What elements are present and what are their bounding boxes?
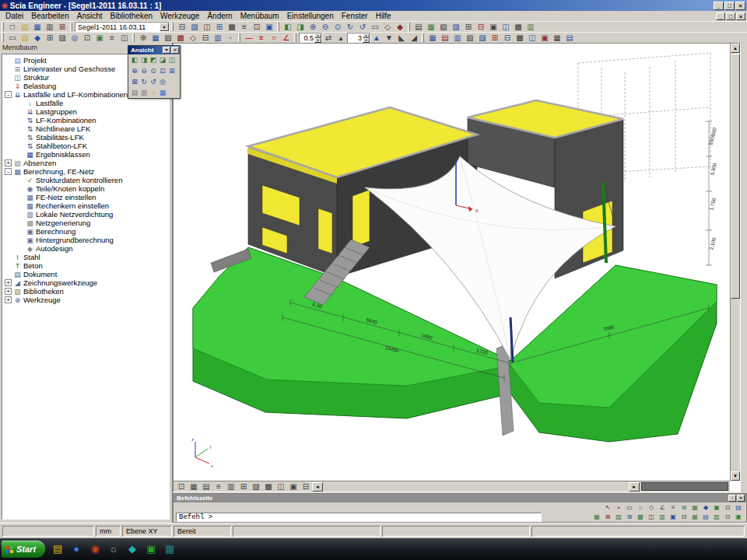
toolbar-icon[interactable]: ◇	[187, 33, 199, 43]
viewport-tool-icon[interactable]: ▩	[262, 481, 275, 492]
scale-field[interactable]: 0.5 ▴▾	[299, 33, 322, 43]
toolbar-icon[interactable]: ⊖	[319, 22, 331, 32]
command-tool-icon[interactable]: ▤	[700, 513, 711, 521]
toolbar-icon[interactable]: ⊞	[213, 22, 226, 32]
command-tool-icon[interactable]: ▣	[668, 513, 679, 521]
tree-toggle-icon[interactable]: +	[5, 279, 12, 286]
tree-item[interactable]: + ◢ Zeichnungswerkzeuge	[5, 278, 169, 287]
toolbar-grip[interactable]	[238, 33, 240, 42]
palette-close-icon[interactable]: ×	[171, 47, 179, 54]
horizontal-scrollbar-thumb[interactable]	[641, 482, 728, 491]
toolbar-icon[interactable]: ≡	[238, 22, 251, 32]
viewport-tool-icon[interactable]: ▥	[225, 481, 237, 492]
command-tool-icon[interactable]: ⊞	[624, 513, 635, 521]
toolbar-icon[interactable]: ◢	[408, 33, 420, 43]
toolbar-icon[interactable]: ◧	[282, 22, 294, 32]
vertical-scrollbar[interactable]: ▲ ▼	[730, 44, 740, 481]
tree-item[interactable]: + ⊗ Werkzeuge	[5, 296, 169, 304]
tree-item[interactable]: ▤ Dokument	[5, 270, 169, 278]
menu-item[interactable]: Fenster	[338, 12, 372, 20]
command-tool-icon[interactable]: ▭	[624, 503, 635, 512]
courtyard-door-opening[interactable]	[352, 190, 370, 247]
menu-item[interactable]: Ändern	[203, 12, 236, 20]
scroll-left-icon[interactable]: ◄	[312, 482, 323, 492]
toolbar-icon[interactable]: ○	[268, 33, 280, 43]
command-tool-icon[interactable]: ▦	[689, 503, 700, 512]
zoom-tool-icon[interactable]: ⊖	[139, 66, 149, 75]
mdi-minimize-button[interactable]: _	[716, 12, 725, 20]
toolbar-icon[interactable]: ▣	[487, 22, 500, 32]
toolbar-icon[interactable]: ▤	[412, 22, 425, 32]
toolbar-icon[interactable]: ◇	[381, 22, 394, 32]
toolbar-grip[interactable]	[294, 33, 296, 42]
menu-item[interactable]: Menübaum	[237, 12, 283, 20]
view-tool-icon[interactable]: ◩	[149, 55, 158, 65]
toolbar-icon[interactable]: ▦	[31, 22, 44, 32]
display-tool-icon[interactable]: ▦	[158, 88, 167, 97]
quick-launch-icon[interactable]: ◆	[123, 541, 142, 558]
menu-item[interactable]: Einstellungen	[283, 12, 338, 20]
toolbar-icon[interactable]: ◫	[201, 22, 213, 32]
tree-item[interactable]: ▦ Ergebnisklassen	[17, 150, 169, 159]
toolbar-icon[interactable]: ↻	[344, 22, 356, 32]
toolbar-icon[interactable]: ▧	[437, 22, 450, 32]
toolbar-icon[interactable]: —	[243, 33, 255, 43]
menu-item[interactable]: Werkzeuge	[156, 12, 203, 20]
scroll-right-icon[interactable]: ►	[629, 482, 640, 492]
toolbar-icon[interactable]: ▩	[174, 33, 187, 43]
start-button[interactable]: Start	[2, 541, 45, 558]
toolbar-icon[interactable]: ≡	[255, 33, 268, 43]
tree-item[interactable]: ▦ FE-Netz einstellen	[17, 193, 169, 201]
toolbar-icon[interactable]: ⊡	[251, 22, 263, 32]
viewport-tool-icon[interactable]: ▤	[200, 481, 212, 492]
viewport-tool-icon[interactable]: ▨	[250, 481, 262, 492]
tree-item[interactable]: ⇊ Lastgruppen	[17, 107, 169, 116]
toolbar-icon[interactable]: ◆	[31, 33, 44, 43]
menu-item[interactable]: Hilfe	[372, 12, 395, 20]
command-tool-icon[interactable]: ▨	[613, 513, 624, 521]
toolbar-grip[interactable]	[132, 33, 135, 42]
toolbar-icon[interactable]: ▦	[425, 22, 437, 32]
toolbar-icon[interactable]: ▦	[149, 33, 162, 43]
toolbar-icon[interactable]: ◨	[294, 22, 307, 32]
scroll-down-icon[interactable]: ▼	[731, 471, 740, 481]
toolbar-grip[interactable]	[2, 23, 4, 31]
toolbar-icon[interactable]: ▣	[263, 22, 275, 32]
quick-launch-icon[interactable]: ▤	[48, 541, 67, 558]
zoom-tool-icon[interactable]: ⊙	[149, 66, 158, 75]
tree-item[interactable]: ◆ Autodesign	[17, 244, 169, 253]
tree-item[interactable]: ▦ Rechenkern einstellen	[17, 201, 169, 210]
toolbar-icon[interactable]: ▥	[451, 33, 464, 43]
tree-item[interactable]: ▩ Netzgenerierung	[17, 219, 169, 227]
command-tool-icon[interactable]: ⊡	[722, 513, 733, 521]
command-tool-icon[interactable]: ⊠	[602, 513, 613, 521]
viewport-tool-icon[interactable]: ⊡	[175, 481, 188, 492]
view-palette-titlebar[interactable]: Ansicht ▾ ×	[128, 46, 180, 54]
tree-toggle-icon[interactable]: +	[5, 288, 12, 295]
rotate-tool-icon[interactable]: ↺	[149, 77, 158, 86]
chevron-down-icon[interactable]: ▾	[160, 23, 169, 31]
command-tool-icon[interactable]: ▣	[733, 513, 744, 521]
spin-down-icon[interactable]: ▾	[363, 38, 370, 43]
tree-item[interactable]: ▣ Berechnung	[17, 227, 169, 236]
command-tool-icon[interactable]: ▥	[657, 513, 668, 521]
tree-item[interactable]: ◉ Teile/Knoten koppeln	[17, 184, 169, 193]
tree-toggle-icon[interactable]: +	[5, 296, 12, 303]
command-tool-icon[interactable]: ▩	[635, 513, 646, 521]
toolbar-icon[interactable]: ▨	[188, 22, 201, 32]
tree-item[interactable]: T Beton	[5, 261, 169, 270]
toolbar-icon[interactable]: ▼	[383, 33, 395, 43]
toolbar-icon[interactable]: ▨	[450, 22, 462, 32]
toolbar-grip[interactable]	[408, 23, 410, 31]
vertical-scrollbar-thumb[interactable]	[731, 54, 740, 299]
tree-item[interactable]: ▣ Hintergrundberechnung	[17, 236, 169, 244]
toolbar-icon[interactable]: ⊞	[462, 22, 475, 32]
tree-item[interactable]: I Stahl	[5, 253, 169, 261]
toolbar-icon[interactable]: ⊡	[81, 33, 93, 43]
zoom-tool-icon[interactable]: ⊞	[167, 66, 177, 75]
toolbar-icon[interactable]: ◫	[500, 22, 512, 32]
tree-item[interactable]: ✓ Strukturdaten kontrollieren	[17, 176, 169, 184]
toolbar-icon[interactable]: ⊙	[331, 22, 344, 32]
command-tool-icon[interactable]: ⊞	[679, 503, 689, 512]
snap-field[interactable]: 3 ▴▾	[347, 33, 370, 43]
